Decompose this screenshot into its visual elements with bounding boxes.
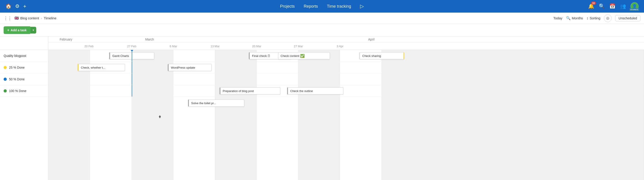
week-3apr: 3 Apr bbox=[337, 44, 344, 48]
gantt-row-2 bbox=[48, 73, 644, 85]
breadcrumb-project[interactable]: Blog content bbox=[20, 16, 39, 20]
today-dot bbox=[131, 50, 133, 51]
today-line-row1 bbox=[132, 62, 132, 73]
home-icon[interactable]: 🏠 bbox=[6, 3, 12, 9]
task-check-content-label: Check content bbox=[280, 54, 299, 58]
dot-green bbox=[4, 89, 7, 92]
task-final-check-label: Final check 🗒 bbox=[252, 54, 270, 58]
breadcrumb-current-view: Timeline bbox=[44, 16, 56, 20]
task-check-outline-label: Check the outline bbox=[290, 89, 313, 93]
months-label: Months bbox=[572, 16, 583, 20]
task-solve-toilet[interactable]: Solve the toilet pr... bbox=[188, 99, 244, 107]
left-panel-header bbox=[0, 36, 48, 50]
gantt-rows: Gantt Charts Final check 🗒 Check sharing… bbox=[48, 50, 644, 180]
settings-icon[interactable]: ⚙ bbox=[15, 3, 20, 9]
gantt-row-label-50: 50 % Done bbox=[0, 73, 48, 85]
nav-links: Projects Reports Time tracking ▷ bbox=[280, 3, 364, 9]
today-line-row3 bbox=[132, 85, 132, 97]
check-content-checkmark: ✅ bbox=[300, 54, 305, 58]
gantt-row-label-100: 100 % Done bbox=[0, 85, 48, 97]
task-check-whether[interactable]: Check, whether t... bbox=[78, 64, 125, 71]
gantt-body: Gantt Charts Final check 🗒 Check sharing… bbox=[48, 50, 644, 180]
avatar-business-label: BUSINESS bbox=[630, 8, 639, 11]
add-icon[interactable]: + bbox=[23, 3, 26, 9]
month-february: February bbox=[60, 38, 72, 41]
week-6mar: 6 Mar bbox=[170, 44, 177, 48]
task-check-outline[interactable]: Check the outline bbox=[287, 87, 344, 95]
task-gantt-charts-label: Gantt Charts bbox=[112, 54, 129, 58]
gantt-container: Quality blogpost 25 % Done 50 % Done 100… bbox=[0, 36, 644, 180]
task-wordpress-update[interactable]: WordPress update bbox=[168, 64, 212, 71]
cursor bbox=[159, 115, 162, 119]
100-done-label: 100 % Done bbox=[9, 89, 26, 93]
week-row: 20 Feb 27 Feb 6 Mar 13 Mar 20 Mar 27 Mar… bbox=[48, 43, 644, 50]
week-13mar: 13 Mar bbox=[210, 44, 220, 48]
sorting-button[interactable]: ↕ Sorting bbox=[586, 16, 600, 20]
add-task-button[interactable]: + Add a task bbox=[4, 26, 30, 34]
gantt-panel: February March April 20 Feb 27 Feb 6 Mar… bbox=[48, 36, 644, 180]
sort-icon: ↕ bbox=[586, 16, 588, 20]
gantt-row-3: Preparation of blog post Check the outli… bbox=[48, 85, 644, 97]
50-done-label: 50 % Done bbox=[9, 77, 24, 81]
left-panel: Quality blogpost 25 % Done 50 % Done 100… bbox=[0, 36, 48, 180]
nav-time-tracking[interactable]: Time tracking bbox=[327, 4, 351, 9]
dot-blue bbox=[4, 78, 7, 81]
breadcrumb-flag: 🇬🇧 bbox=[14, 16, 19, 20]
sorting-label: Sorting bbox=[590, 16, 600, 20]
today-line-row2 bbox=[132, 73, 132, 85]
chevron-down-icon: ▾ bbox=[33, 28, 34, 32]
toolbar-row: + Add a task ▾ bbox=[0, 24, 644, 36]
target-icon: ◎ bbox=[606, 16, 609, 20]
task-check-content[interactable]: Check content ✅ bbox=[278, 52, 330, 59]
dot-yellow bbox=[4, 66, 7, 69]
avatar[interactable]: 👤 BUSINESS bbox=[630, 2, 638, 10]
task-preparation-label: Preparation of blog post bbox=[223, 89, 254, 93]
nav-projects[interactable]: Projects bbox=[280, 4, 295, 9]
gantt-row-label-25: 25 % Done bbox=[0, 62, 48, 73]
task-wordpress-update-label: WordPress update bbox=[171, 66, 195, 69]
week-27feb: 27 Feb bbox=[127, 44, 136, 48]
month-april: April bbox=[368, 38, 374, 41]
week-20mar: 20 Mar bbox=[252, 44, 261, 48]
play-icon[interactable]: ▷ bbox=[360, 3, 364, 9]
time-header: February March April 20 Feb 27 Feb 6 Mar… bbox=[48, 36, 644, 50]
week-20feb: 20 Feb bbox=[84, 44, 94, 48]
task-solve-toilet-label: Solve the toilet pr... bbox=[191, 101, 216, 105]
add-task-label: Add a task bbox=[10, 28, 26, 32]
settings-circle-button[interactable]: ◎ bbox=[604, 14, 612, 22]
gantt-row-1: Check, whether t... WordPress update bbox=[48, 62, 644, 73]
plus-icon: + bbox=[7, 28, 9, 32]
search-icon[interactable]: 🔍 bbox=[599, 3, 605, 9]
breadcrumb-separator: › bbox=[41, 16, 42, 20]
magnify-icon: 🔍 bbox=[566, 16, 570, 20]
users-icon[interactable]: 👥 bbox=[620, 3, 626, 9]
task-check-sharing-label: Check sharing bbox=[362, 54, 381, 58]
top-navigation: 🏠 ⚙ + Projects Reports Time tracking ▷ 🔔… bbox=[0, 0, 644, 12]
gantt-row-label-quality: Quality blogpost bbox=[0, 50, 48, 62]
task-check-whether-label: Check, whether t... bbox=[81, 66, 105, 69]
today-button[interactable]: Today bbox=[554, 16, 562, 20]
today-line bbox=[132, 50, 132, 61]
month-row: February March April bbox=[48, 36, 644, 43]
breadcrumb-menu-icon[interactable]: ⋮⋮ bbox=[4, 16, 12, 21]
breadcrumb-row: ⋮⋮ 🇬🇧 Blog content › Timeline Today 🔍 Mo… bbox=[0, 12, 644, 24]
notification-bell[interactable]: 🔔 33 bbox=[588, 3, 594, 9]
quality-blogpost-label: Quality blogpost bbox=[4, 54, 26, 58]
view-controls: Today 🔍 Months ↕ Sorting ◎ Unscheduled bbox=[554, 14, 640, 22]
months-button[interactable]: 🔍 Months bbox=[566, 16, 583, 20]
gantt-row-0: Gantt Charts Final check 🗒 Check sharing… bbox=[48, 50, 644, 62]
nav-reports[interactable]: Reports bbox=[304, 4, 318, 9]
unscheduled-button[interactable]: Unscheduled bbox=[615, 15, 640, 21]
calendar-icon[interactable]: 📅 bbox=[609, 3, 616, 9]
25-done-label: 25 % Done bbox=[9, 66, 24, 69]
week-27mar: 27 Mar bbox=[294, 44, 303, 48]
task-preparation[interactable]: Preparation of blog post bbox=[220, 87, 280, 95]
notification-count: 33 bbox=[591, 1, 596, 5]
add-task-dropdown-button[interactable]: ▾ bbox=[30, 27, 36, 33]
task-check-sharing[interactable]: Check sharing bbox=[359, 52, 404, 59]
month-march: March bbox=[145, 38, 154, 41]
nav-right-actions: 🔔 33 🔍 📅 👥 👤 BUSINESS bbox=[588, 2, 638, 10]
